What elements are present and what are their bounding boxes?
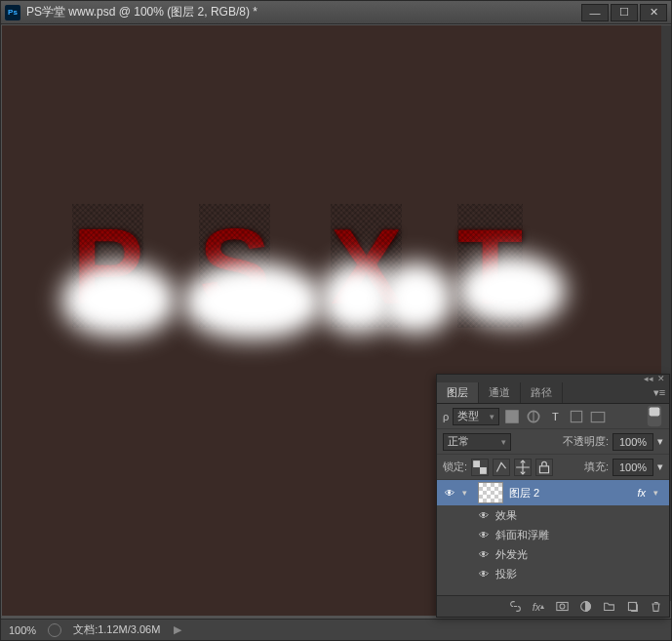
statusbar-menu-chevron-icon[interactable]: ▶: [174, 623, 181, 636]
zoom-level[interactable]: 100%: [9, 624, 36, 636]
svg-rect-0: [506, 410, 520, 423]
delete-layer-trash-icon[interactable]: [648, 599, 663, 615]
effect-name: 斜面和浮雕: [495, 528, 549, 542]
svg-rect-6: [473, 461, 480, 467]
svg-rect-12: [628, 602, 636, 610]
lock-label: 锁定:: [443, 460, 467, 474]
opacity-label: 不透明度:: [563, 434, 609, 449]
filter-kind-icon: ρ: [443, 411, 449, 422]
fx-disclosure-icon[interactable]: ▾: [653, 488, 663, 498]
layer-effect-item[interactable]: 投影: [437, 564, 669, 583]
statusbar: 100% 文档:1.12M/3.06M ▶: [1, 619, 671, 640]
chevron-down-icon: ▾: [501, 437, 506, 447]
visibility-eye-icon[interactable]: [443, 486, 456, 500]
disclosure-triangle-icon[interactable]: ▾: [462, 488, 472, 498]
tab-paths[interactable]: 路径: [521, 382, 563, 403]
minimize-button[interactable]: —: [581, 4, 609, 21]
text-artwork: P S X T: [72, 204, 579, 360]
opacity-value[interactable]: 100%: [613, 433, 653, 451]
layer-row-active[interactable]: ▾ 图层 2 fx ▾: [437, 480, 669, 505]
svg-rect-8: [539, 465, 548, 472]
fill-value[interactable]: 100%: [613, 459, 653, 476]
filter-type-icon[interactable]: T: [546, 408, 564, 425]
layer-effect-item[interactable]: 斜面和浮雕: [437, 525, 669, 544]
layer-style-fx-icon[interactable]: fx▴: [531, 599, 546, 615]
fill-label: 填充:: [584, 460, 609, 474]
filter-smartobject-icon[interactable]: [589, 408, 607, 425]
layer-fx-badge[interactable]: fx: [637, 487, 646, 499]
layers-panel-footer: fx▴: [437, 595, 669, 617]
panel-dragbar[interactable]: ◂◂ ✕: [437, 375, 669, 382]
fill-slider-chevron-icon[interactable]: ▾: [657, 461, 663, 473]
lock-fill-row: 锁定: 填充: 100% ▾: [437, 455, 669, 480]
adjustment-layer-icon[interactable]: [577, 599, 593, 615]
layer-filter-row: ρ 类型 ▾ T: [437, 404, 669, 429]
visibility-eye-icon[interactable]: [478, 568, 490, 580]
layer-effects-header[interactable]: 效果: [437, 505, 669, 525]
fur-decoration: [467, 264, 555, 315]
lock-pixels-icon[interactable]: [493, 459, 510, 476]
fur-decoration: [331, 272, 384, 323]
tab-channels[interactable]: 通道: [479, 382, 521, 403]
svg-rect-2: [572, 411, 582, 421]
fur-decoration: [389, 272, 443, 323]
visibility-eye-icon[interactable]: [478, 548, 490, 560]
filter-adjustment-icon[interactable]: [525, 408, 542, 425]
new-layer-icon[interactable]: [624, 599, 640, 615]
panel-menu-icon[interactable]: ▾≡: [650, 382, 669, 403]
titlebar: Ps PS学堂 www.psd @ 100% (图层 2, RGB/8) * —…: [1, 1, 671, 24]
chevron-down-icon: ▾: [490, 412, 494, 421]
blend-mode-select[interactable]: 正常 ▾: [443, 433, 511, 451]
lock-all-icon[interactable]: [535, 459, 553, 476]
effects-label: 效果: [495, 508, 517, 523]
effect-name: 外发光: [495, 547, 528, 562]
visibility-eye-icon[interactable]: [478, 509, 490, 521]
filter-toggle-switch[interactable]: [646, 408, 663, 425]
svg-point-10: [560, 604, 565, 609]
photoshop-app-icon: Ps: [5, 5, 20, 20]
layer-effect-item[interactable]: 外发光: [437, 544, 669, 564]
document-title: PS学堂 www.psd @ 100% (图层 2, RGB/8) *: [26, 4, 579, 20]
layer-group-icon[interactable]: [601, 599, 616, 615]
layer-name[interactable]: 图层 2: [509, 486, 631, 501]
panel-tabs: 图层 通道 路径 ▾≡: [437, 382, 669, 404]
lock-position-icon[interactable]: [514, 459, 532, 476]
lock-transparency-icon[interactable]: [471, 459, 489, 476]
visibility-eye-icon[interactable]: [478, 529, 490, 541]
filter-kind-select[interactable]: 类型 ▾: [453, 408, 499, 425]
maximize-button[interactable]: ☐: [611, 4, 638, 21]
svg-rect-3: [592, 412, 606, 421]
filter-shape-icon[interactable]: [568, 408, 585, 425]
svg-rect-5: [650, 408, 660, 417]
layer-mask-icon[interactable]: [554, 599, 570, 615]
svg-rect-7: [480, 467, 487, 474]
layer-thumbnail[interactable]: [478, 482, 503, 503]
layers-panel: ◂◂ ✕ 图层 通道 路径 ▾≡ ρ 类型 ▾ T 正常 ▾: [436, 374, 670, 618]
blend-opacity-row: 正常 ▾ 不透明度: 100% ▾: [437, 429, 669, 455]
status-info-icon[interactable]: [48, 623, 61, 637]
opacity-slider-chevron-icon[interactable]: ▾: [657, 435, 663, 448]
link-layers-icon[interactable]: [507, 599, 523, 615]
effect-name: 投影: [495, 567, 517, 581]
layer-list: ▾ 图层 2 fx ▾ 效果 斜面和浮雕 外发光 投影: [437, 480, 669, 595]
filter-kind-label: 类型: [457, 409, 479, 423]
tab-layers[interactable]: 图层: [437, 382, 479, 403]
fur-decoration: [194, 272, 311, 329]
filter-pixel-icon[interactable]: [503, 408, 521, 425]
photoshop-window: Ps PS学堂 www.psd @ 100% (图层 2, RGB/8) * —…: [0, 0, 672, 641]
document-size-info: 文档:1.12M/3.06M: [73, 622, 160, 637]
blend-mode-value: 正常: [448, 434, 469, 449]
close-button[interactable]: ✕: [640, 4, 667, 21]
fur-decoration: [72, 272, 165, 326]
